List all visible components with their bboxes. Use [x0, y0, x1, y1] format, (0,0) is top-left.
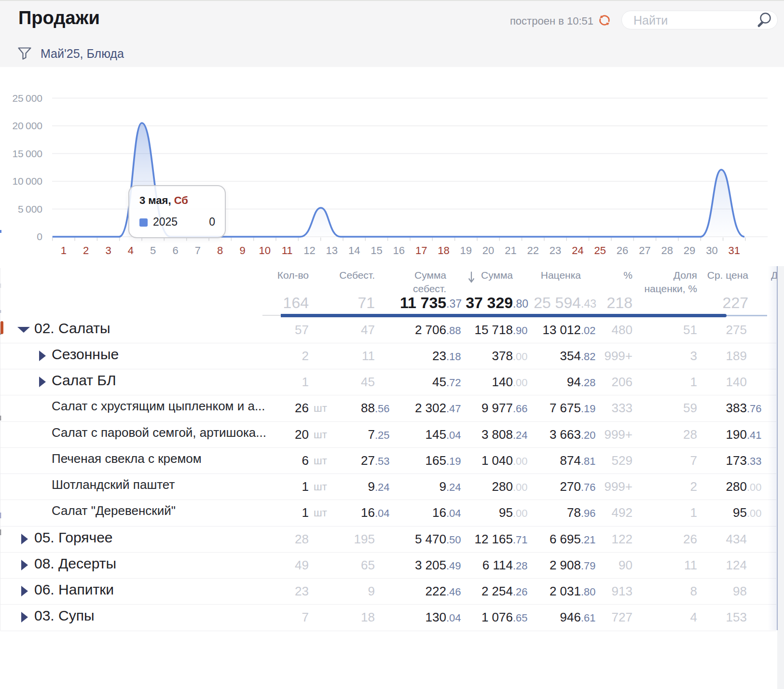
svg-text:5: 5 [150, 244, 156, 257]
svg-text:18: 18 [438, 244, 449, 257]
svg-text:12: 12 [303, 244, 315, 257]
svg-text:25: 25 [594, 244, 606, 257]
svg-text:9: 9 [239, 244, 245, 257]
svg-text:24: 24 [572, 244, 583, 257]
svg-text:10 000: 10 000 [12, 176, 42, 187]
svg-text:17: 17 [415, 244, 427, 257]
svg-text:14: 14 [348, 244, 360, 257]
svg-text:29: 29 [684, 244, 695, 257]
svg-text:25 000: 25 000 [12, 93, 42, 104]
svg-text:15 000: 15 000 [12, 148, 42, 159]
svg-text:10: 10 [259, 244, 271, 257]
svg-text:5 000: 5 000 [18, 203, 42, 215]
svg-text:1: 1 [61, 244, 67, 257]
svg-text:21: 21 [505, 244, 516, 257]
svg-text:2: 2 [83, 244, 89, 257]
svg-text:0: 0 [37, 231, 42, 242]
svg-text:20: 20 [482, 244, 494, 257]
svg-text:15: 15 [371, 244, 382, 257]
svg-text:22: 22 [527, 244, 539, 257]
svg-text:7: 7 [195, 244, 201, 257]
svg-text:27: 27 [639, 244, 650, 257]
svg-text:31: 31 [729, 244, 740, 257]
svg-text:28: 28 [661, 244, 673, 257]
svg-text:13: 13 [326, 244, 338, 257]
svg-text:20 000: 20 000 [12, 120, 42, 131]
svg-text:3: 3 [105, 244, 111, 257]
svg-text:16: 16 [393, 244, 405, 257]
svg-text:23: 23 [550, 244, 561, 257]
svg-text:11: 11 [282, 244, 293, 257]
svg-text:8: 8 [217, 244, 223, 257]
svg-text:4: 4 [128, 244, 134, 257]
svg-text:6: 6 [172, 244, 178, 257]
svg-text:30: 30 [706, 244, 717, 257]
svg-text:26: 26 [617, 244, 628, 257]
svg-text:19: 19 [460, 244, 472, 257]
